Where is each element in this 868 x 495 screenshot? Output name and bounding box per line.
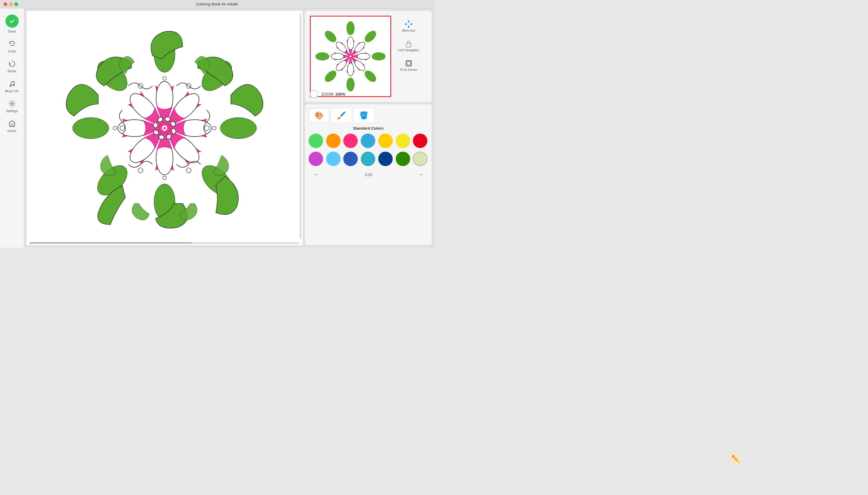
zoom-circle	[310, 90, 318, 98]
horizontal-scrollbar[interactable]	[30, 242, 299, 244]
color-swatch[interactable]	[396, 152, 410, 166]
move-tool-icon	[404, 20, 413, 28]
page-info: 1/16	[364, 172, 372, 177]
undo-icon	[7, 39, 17, 49]
mandala-image	[62, 25, 267, 231]
move-tool-button[interactable]: Move tool	[396, 18, 421, 34]
settings-label: Settings	[6, 109, 18, 113]
color-swatch[interactable]	[361, 152, 375, 166]
preview-tools: Move tool Lock Navigation	[395, 16, 422, 97]
move-tool-label: Move tool	[402, 29, 415, 32]
canvas-area[interactable]	[27, 11, 302, 245]
color-grid-row2	[309, 152, 428, 166]
svg-point-41	[315, 52, 329, 61]
maximize-button[interactable]	[15, 2, 18, 6]
undo-label: Undo	[8, 49, 16, 53]
music-icon	[7, 79, 17, 89]
app-title: Coloring Book for Adults	[196, 2, 238, 6]
lock-navigation-icon	[404, 39, 413, 48]
done-button[interactable]	[5, 15, 19, 28]
svg-point-2	[11, 103, 13, 105]
svg-point-43	[347, 37, 353, 49]
reset-icon	[7, 59, 17, 69]
color-swatch[interactable]	[326, 134, 341, 148]
home-label: Home	[7, 129, 16, 133]
svg-point-35	[347, 21, 355, 35]
color-tab-wheel[interactable]: 🎨	[309, 108, 330, 123]
color-swatch[interactable]	[378, 134, 393, 148]
color-swatch[interactable]	[309, 134, 323, 148]
svg-point-11	[73, 118, 109, 139]
svg-point-49	[331, 53, 344, 59]
color-swatch[interactable]	[343, 152, 358, 166]
fit-to-screen-icon	[404, 59, 413, 68]
color-swatch[interactable]	[326, 152, 341, 166]
color-swatch[interactable]	[378, 152, 393, 166]
fit-to-screen-label: Fit to Screen	[400, 68, 417, 71]
sidebar-item-done[interactable]: Done	[1, 12, 23, 36]
minimize-button[interactable]	[9, 2, 13, 6]
sidebar-item-home[interactable]: Home	[1, 116, 23, 135]
color-section-title: Standard Colors	[309, 126, 428, 131]
color-swatch[interactable]	[343, 134, 358, 148]
scrollbar-thumb-h	[30, 242, 192, 244]
sidebar-item-undo[interactable]: Undo	[1, 37, 23, 55]
color-swatch[interactable]	[413, 152, 427, 166]
svg-rect-55	[407, 62, 411, 65]
pagination: ← 1/16 →	[309, 170, 428, 180]
sidebar-item-reset[interactable]: Reset	[1, 57, 23, 75]
color-swatch[interactable]	[396, 134, 410, 148]
color-swatch[interactable]	[361, 134, 375, 148]
done-label: Done	[8, 30, 16, 33]
svg-point-52	[350, 55, 351, 57]
sidebar-item-settings[interactable]: Settings	[1, 97, 23, 115]
color-swatch[interactable]	[413, 134, 427, 148]
fit-to-screen-button[interactable]: Fit to Screen	[396, 57, 421, 73]
color-tab-brush[interactable]: 🖌️	[331, 108, 352, 123]
prev-page-button[interactable]: ←	[311, 170, 321, 180]
svg-point-39	[347, 78, 355, 91]
color-tab-fill[interactable]: 🪣	[353, 108, 374, 123]
svg-point-0	[10, 85, 11, 86]
svg-point-45	[357, 53, 370, 59]
color-tabs: 🎨 🖌️ 🪣	[309, 108, 428, 123]
svg-point-47	[347, 63, 353, 76]
reset-label: Reset	[7, 69, 16, 73]
app-container: Done Undo Reset	[0, 8, 434, 248]
settings-icon	[7, 99, 17, 108]
preview-area: Move tool Lock Navigation	[305, 11, 432, 102]
sidebar-item-music[interactable]: Music On	[1, 76, 23, 95]
svg-point-23	[163, 127, 166, 129]
sidebar: Done Undo Reset	[0, 8, 24, 248]
preview-image	[310, 16, 391, 97]
color-wheel-icon: 🎨	[315, 111, 324, 120]
svg-rect-3	[11, 124, 13, 126]
svg-point-37	[371, 52, 385, 61]
main-content: Move tool Lock Navigation	[24, 8, 434, 248]
home-icon	[7, 119, 17, 129]
lock-navigation-label: Lock Navigation	[398, 49, 419, 52]
lock-navigation-button[interactable]: Lock Navigation	[396, 38, 421, 54]
music-label: Music On	[5, 89, 19, 93]
zoom-label: ZOOM: 100%	[321, 92, 345, 97]
color-panel: 🎨 🖌️ 🪣 Standard Colors ←	[305, 104, 432, 245]
svg-rect-53	[406, 44, 411, 47]
traffic-lights	[4, 2, 18, 6]
vertical-scrollbar[interactable]	[299, 14, 301, 239]
checkmark-icon	[9, 18, 15, 24]
title-bar: Coloring Book for Adults	[0, 0, 434, 8]
color-grid-row1	[309, 134, 428, 148]
next-page-button[interactable]: →	[416, 170, 426, 180]
fill-icon: 🪣	[359, 111, 368, 120]
color-swatch[interactable]	[309, 152, 323, 166]
brush-icon: 🖌️	[337, 111, 346, 120]
close-button[interactable]	[4, 2, 7, 6]
svg-point-7	[220, 118, 257, 139]
svg-point-1	[13, 84, 14, 86]
zoom-area: ZOOM: 100%	[310, 90, 345, 98]
right-panel: Move tool Lock Navigation	[305, 11, 432, 245]
